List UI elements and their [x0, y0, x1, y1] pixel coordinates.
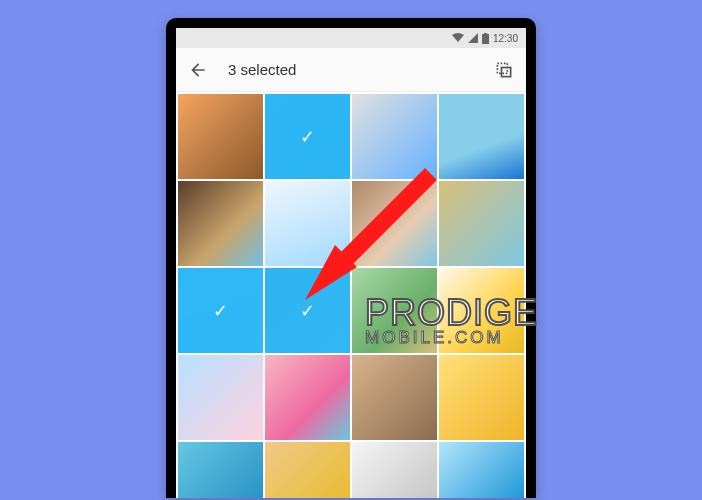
photo-thumbnail[interactable]: ✓: [178, 268, 263, 353]
photo-thumbnail[interactable]: [352, 94, 437, 179]
check-icon: ✓: [300, 300, 315, 322]
photo-thumbnail[interactable]: [265, 181, 350, 266]
photo-thumbnail[interactable]: ✓: [265, 268, 350, 353]
selection-toolbar: 3 selected: [176, 48, 526, 92]
check-icon: ✓: [300, 126, 315, 148]
photo-thumbnail[interactable]: [352, 442, 437, 498]
signal-icon: [468, 33, 478, 43]
select-all-icon[interactable]: [494, 60, 514, 80]
status-time: 12:30: [493, 33, 518, 44]
selection-overlay: ✓: [265, 94, 350, 179]
selection-overlay: ✓: [265, 268, 350, 353]
photo-thumbnail[interactable]: [439, 181, 524, 266]
photo-thumbnail[interactable]: [439, 268, 524, 353]
photo-thumbnail[interactable]: [178, 442, 263, 498]
photo-thumbnail[interactable]: [265, 355, 350, 440]
photo-thumbnail[interactable]: [178, 94, 263, 179]
svg-rect-0: [482, 34, 489, 44]
photo-grid: ✓ ✓ ✓: [176, 92, 526, 498]
battery-icon: [482, 33, 489, 44]
wifi-icon: [452, 33, 464, 43]
phone-frame: 12:30 3 selected ✓ ✓ ✓: [166, 18, 536, 498]
photo-thumbnail[interactable]: [178, 355, 263, 440]
photo-thumbnail[interactable]: [439, 94, 524, 179]
back-icon[interactable]: [188, 60, 208, 80]
selection-overlay: ✓: [178, 268, 263, 353]
photo-thumbnail[interactable]: ✓: [265, 94, 350, 179]
photo-thumbnail[interactable]: [265, 442, 350, 498]
check-icon: ✓: [213, 300, 228, 322]
photo-thumbnail[interactable]: [352, 181, 437, 266]
photo-thumbnail[interactable]: [352, 355, 437, 440]
photo-thumbnail[interactable]: [439, 442, 524, 498]
photo-thumbnail[interactable]: [439, 355, 524, 440]
photo-thumbnail[interactable]: [352, 268, 437, 353]
status-bar: 12:30: [176, 28, 526, 48]
screen: 12:30 3 selected ✓ ✓ ✓: [176, 28, 526, 498]
svg-rect-1: [484, 33, 487, 34]
svg-rect-3: [502, 67, 511, 76]
selection-count-label: 3 selected: [228, 61, 494, 78]
photo-thumbnail[interactable]: [178, 181, 263, 266]
svg-rect-2: [497, 63, 507, 73]
